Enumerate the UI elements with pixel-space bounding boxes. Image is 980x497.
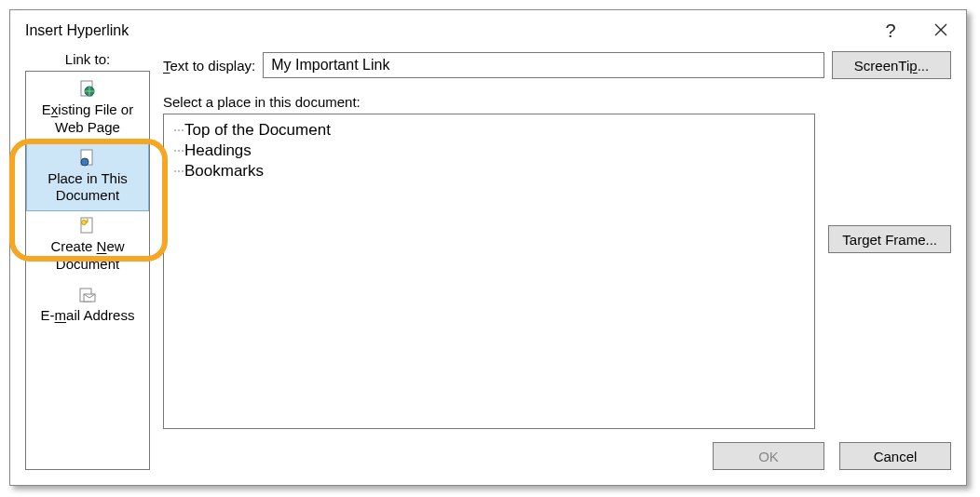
link-to-panel: Existing File or Web Page Place in This …	[25, 71, 150, 470]
target-frame-button[interactable]: Target Frame...	[828, 225, 951, 253]
tree-item-bookmarks[interactable]: ⋯ Bookmarks	[173, 161, 805, 181]
select-place-label: Select a place in this document:	[163, 94, 951, 110]
envelope-icon	[77, 285, 98, 305]
close-button[interactable]	[916, 10, 966, 51]
linkto-create-new[interactable]: Create New Document	[26, 212, 149, 279]
close-icon	[934, 21, 947, 41]
linkto-place-in-document[interactable]: Place in This Document	[26, 143, 149, 212]
document-globe-icon	[77, 148, 98, 168]
tree-item-headings[interactable]: ⋯ Headings	[173, 141, 805, 161]
tree-branch-icon: ⋯	[173, 144, 181, 157]
link-to-label: Link to:	[25, 51, 150, 67]
tree-branch-icon: ⋯	[173, 165, 181, 178]
ok-button[interactable]: OK	[713, 442, 824, 470]
globe-page-icon	[77, 79, 98, 100]
new-document-icon	[77, 216, 98, 236]
svg-point-5	[81, 158, 88, 166]
linkto-email-address[interactable]: E-mail Address	[26, 281, 149, 330]
svg-point-7	[82, 221, 87, 225]
insert-hyperlink-dialog: Insert Hyperlink ? Link to:	[9, 9, 967, 486]
place-tree[interactable]: ⋯ Top of the Document ⋯ Headings ⋯ Bookm…	[163, 114, 815, 429]
screentip-button[interactable]: ScreenTip...	[832, 51, 951, 79]
linkto-place-line1: Place in This	[48, 170, 128, 188]
linkto-place-line2: Document	[56, 187, 119, 205]
help-button[interactable]: ?	[865, 10, 916, 51]
titlebar: Insert Hyperlink ?	[10, 10, 966, 51]
linkto-existing-file[interactable]: Existing File or Web Page	[26, 75, 149, 142]
help-icon: ?	[885, 20, 895, 42]
cancel-button[interactable]: Cancel	[839, 442, 951, 470]
text-to-display-label: Text to display:	[163, 58, 255, 74]
tree-item-top[interactable]: ⋯ Top of the Document	[173, 120, 805, 141]
text-to-display-input[interactable]	[263, 52, 824, 78]
dialog-title: Insert Hyperlink	[25, 22, 129, 39]
tree-branch-icon: ⋯	[173, 124, 181, 137]
